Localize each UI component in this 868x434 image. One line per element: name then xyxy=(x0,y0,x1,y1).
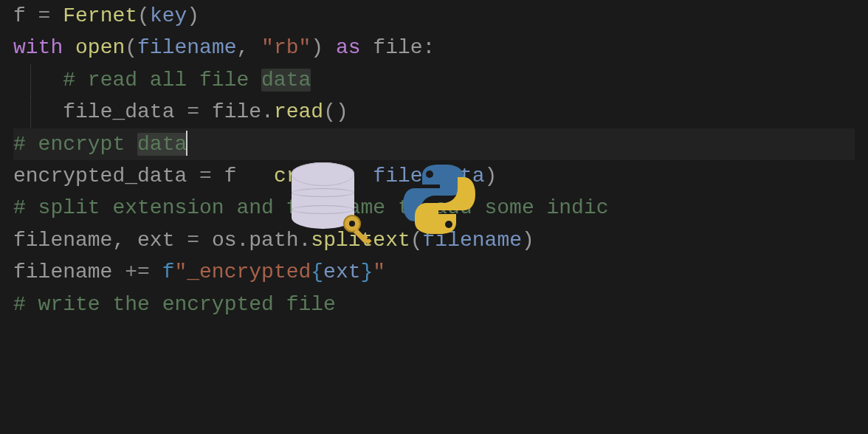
module-os: os xyxy=(212,229,237,252)
comment-text: # encrypt xyxy=(13,133,137,156)
arg-key: key xyxy=(150,4,187,27)
comment-text: # read all file xyxy=(63,69,261,92)
comment-highlight-data: data xyxy=(137,133,187,156)
variable-file-data: file_data xyxy=(63,100,174,123)
space xyxy=(63,36,75,59)
operator-equals: = xyxy=(174,229,211,252)
string-part: " xyxy=(373,261,385,283)
code-line-9[interactable]: filename += f"_encrypted{ext}" xyxy=(13,256,855,288)
python-logo-icon xyxy=(399,159,480,240)
paren-close: ) xyxy=(187,4,199,27)
string-rb: "rb" xyxy=(261,36,311,59)
space xyxy=(361,36,373,59)
method-read: read xyxy=(274,100,323,123)
paren-close: ) xyxy=(311,36,323,59)
variable-filename: filename xyxy=(13,261,112,283)
svg-point-5 xyxy=(426,170,433,178)
fstring-brace-open: { xyxy=(311,261,323,283)
keyword-with: with xyxy=(13,36,63,59)
paren-open: ( xyxy=(137,4,150,27)
paren-open: ( xyxy=(125,36,137,59)
variable-filename: filename xyxy=(13,229,112,252)
dot: . xyxy=(261,100,274,123)
code-line-4[interactable]: file_data = file.read() xyxy=(13,96,855,128)
operator-equals: = xyxy=(187,165,224,187)
indent xyxy=(13,100,63,123)
arg-filename: filename xyxy=(137,36,236,59)
comma: , xyxy=(112,229,137,252)
operator-equals: = xyxy=(26,4,63,27)
function-fernet: Fernet xyxy=(63,4,137,27)
variable-encrypted-data: encrypted_data xyxy=(13,165,187,187)
comment-text: # write the encrypted file xyxy=(13,293,336,316)
string-part: "_encrypted xyxy=(174,261,311,283)
svg-point-6 xyxy=(445,221,452,228)
overlay-graphic xyxy=(292,159,480,240)
code-line-5-active[interactable]: # encrypt data xyxy=(13,128,855,160)
object-file: file xyxy=(212,100,261,123)
paren-close: ) xyxy=(522,229,534,252)
keyword-as: as xyxy=(336,36,361,59)
svg-point-1 xyxy=(349,221,355,227)
indent xyxy=(13,69,63,92)
space xyxy=(323,36,336,59)
fstring-var-ext: ext xyxy=(323,261,360,283)
database-icon xyxy=(292,162,362,236)
object-f: f xyxy=(224,165,237,187)
builtin-open: open xyxy=(75,36,125,59)
dot: . xyxy=(236,229,249,252)
operator-plus-equals: += xyxy=(112,261,162,283)
code-line-3[interactable]: # read all file data xyxy=(13,64,855,96)
fstring-prefix: f xyxy=(162,261,175,283)
variable-file: file xyxy=(373,36,422,59)
operator-equals: = xyxy=(174,100,211,123)
comma: , xyxy=(236,36,261,59)
parens: () xyxy=(323,100,348,123)
comment-highlight-data: data xyxy=(261,69,311,92)
variable-ext: ext xyxy=(137,229,174,252)
variable-f: f xyxy=(13,4,26,27)
colon: : xyxy=(423,36,435,59)
code-line-10[interactable]: # write the encrypted file xyxy=(13,289,855,320)
code-line-1[interactable]: f = Fernet(key) xyxy=(13,0,855,32)
fstring-brace-close: } xyxy=(361,261,373,283)
key-icon xyxy=(341,213,378,249)
text-cursor xyxy=(186,131,187,156)
code-line-2[interactable]: with open(filename, "rb") as file: xyxy=(13,32,855,63)
paren-close: ) xyxy=(485,165,497,187)
